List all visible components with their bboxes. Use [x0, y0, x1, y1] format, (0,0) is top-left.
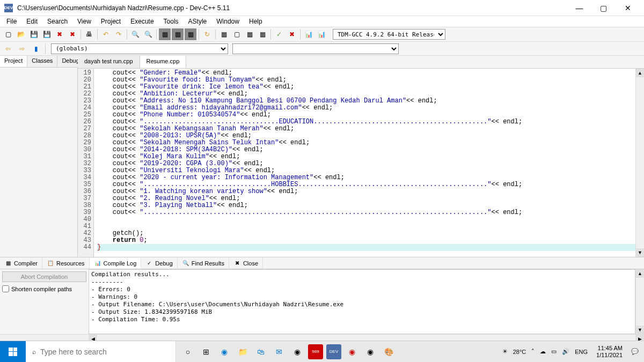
save-icon[interactable]: 💾	[28, 28, 40, 40]
tray-clock[interactable]: 11:45 AM 1/11/2021	[593, 345, 626, 359]
tray-chevron-icon[interactable]: ˄	[531, 348, 535, 355]
compile-run-icon[interactable]: ▦	[185, 28, 196, 40]
edge-icon[interactable]: ◉	[217, 344, 232, 359]
titlebar: DEV C:\Users\user\Documents\Nurhidayah N…	[0, 0, 644, 16]
grid2-icon[interactable]: ▢	[231, 28, 243, 40]
window-title: C:\Users\user\Documents\Nurhidayah Nadzr…	[17, 4, 567, 12]
bookmark-icon[interactable]: ▮	[30, 43, 42, 55]
file-tab[interactable]: Resume.cpp	[140, 56, 187, 68]
open-icon[interactable]: 📂	[15, 28, 27, 40]
devcpp-icon[interactable]: DEV	[326, 344, 341, 359]
grid1-icon[interactable]: ▦	[218, 28, 230, 40]
search-icon: ⌕	[32, 348, 36, 356]
abort-compilation-button[interactable]: Abort Compilation	[2, 271, 86, 282]
chrome-icon[interactable]: ◉	[290, 344, 305, 359]
menu-tools[interactable]: Tools	[159, 17, 183, 26]
close-all-icon[interactable]: ✖	[67, 28, 78, 40]
notifications-icon[interactable]: 💬	[631, 348, 639, 355]
menu-project[interactable]: Project	[97, 17, 125, 26]
editor-area: dayah test run.cppResume.cpp 19202122232…	[78, 56, 644, 257]
code-editor[interactable]: 1920212223242526272829303132333435363738…	[78, 69, 644, 257]
compile-icon[interactable]: ▦	[159, 28, 171, 40]
menu-file[interactable]: File	[2, 17, 21, 26]
menu-edit[interactable]: Edit	[22, 17, 42, 26]
redo-icon[interactable]: ↷	[113, 28, 125, 40]
menubar: FileEditSearchViewProjectExecuteToolsASt…	[0, 16, 644, 27]
paint-icon[interactable]: 🎨	[381, 344, 396, 359]
bottom-panel: ▦ Compiler📋 Resources📊 Compile Log✓ Debu…	[0, 257, 644, 343]
run-icon[interactable]: ▦	[172, 28, 184, 40]
app2-icon[interactable]: ◉	[345, 344, 360, 359]
file-tabs: dayah test run.cppResume.cpp	[78, 56, 644, 69]
battery-icon[interactable]: ▭	[551, 348, 557, 355]
store-icon[interactable]: 🛍	[253, 344, 268, 359]
taskview-icon[interactable]: ⊞	[199, 344, 214, 359]
new-file-icon[interactable]: ▢	[2, 28, 14, 40]
grid3-icon[interactable]: ▦	[244, 28, 255, 40]
menu-astyle[interactable]: AStyle	[184, 17, 211, 26]
scroll-down-icon[interactable]: ▼	[636, 326, 644, 334]
close-file-icon[interactable]: ✖	[54, 28, 65, 40]
menu-view[interactable]: View	[73, 17, 96, 26]
menu-window[interactable]: Window	[212, 17, 244, 26]
maximize-button[interactable]: ▢	[591, 0, 616, 16]
profile-icon[interactable]: 📊	[303, 28, 314, 40]
vertical-scrollbar[interactable]: ▲ ▼	[635, 69, 644, 257]
bottom-tab-resources[interactable]: 📋 Resources	[42, 258, 90, 269]
weather-icon[interactable]: ☀	[502, 348, 508, 355]
bottom-tab-compile-log[interactable]: 📊 Compile Log	[90, 258, 142, 269]
nav-back-icon[interactable]: ⇦	[2, 43, 14, 55]
taskbar: ⌕ ○ ⊞ ◉ 📁 🛍 ✉ ◉ 989 DEV ◉ ◉ 🎨 ☀ 28°C ˄ ☁…	[0, 341, 644, 362]
log-vscroll[interactable]: ▲ ▼	[635, 269, 644, 334]
members-select[interactable]	[232, 43, 399, 54]
scroll-up-icon[interactable]: ▲	[636, 69, 644, 77]
weather-temp[interactable]: 28°C	[513, 349, 526, 355]
minimize-button[interactable]: —	[567, 0, 591, 16]
undo-icon[interactable]: ↶	[100, 28, 112, 40]
close-button[interactable]: ✕	[616, 0, 640, 16]
compile-log[interactable]: Compilation results... --------- - Error…	[89, 269, 635, 334]
scroll-up-icon[interactable]: ▲	[636, 269, 644, 278]
left-tab-project[interactable]: Project	[0, 56, 27, 67]
left-panel: ProjectClassesDebug	[0, 56, 78, 257]
profile2-icon[interactable]: 📊	[316, 28, 327, 40]
shorten-paths-checkbox[interactable]: Shorten compiler paths	[2, 285, 86, 292]
menu-search[interactable]: Search	[43, 17, 72, 26]
toolbar-nav: ⇦ ⇨ ▮ (globals)	[0, 42, 644, 56]
cortana-icon[interactable]: ○	[180, 344, 195, 359]
mail-icon[interactable]: ✉	[272, 344, 287, 359]
volume-icon[interactable]: 🔊	[562, 348, 569, 355]
globals-select[interactable]: (globals)	[51, 43, 228, 54]
rebuild-icon[interactable]: ↻	[201, 28, 213, 40]
line-gutter: 1920212223242526272829303132333435363738…	[78, 69, 94, 257]
print-icon[interactable]: 🖶	[83, 28, 95, 40]
replace-icon[interactable]: 🔍	[142, 28, 154, 40]
compiler-select[interactable]: TDM-GCC 4.9.2 64-bit Release	[333, 29, 445, 40]
app3-icon[interactable]: ◉	[363, 344, 378, 359]
left-tab-classes[interactable]: Classes	[27, 56, 57, 67]
bottom-tab-debug[interactable]: ✓ Debug	[141, 258, 177, 269]
menu-execute[interactable]: Execute	[126, 17, 158, 26]
app-icon: DEV	[4, 4, 13, 12]
taskbar-search[interactable]: ⌕	[26, 341, 176, 363]
bottom-tab-close[interactable]: ✖ Close	[229, 258, 263, 269]
debug-icon[interactable]: ✓	[273, 28, 285, 40]
file-tab[interactable]: dayah test run.cpp	[78, 56, 140, 68]
start-button[interactable]	[0, 341, 26, 363]
find-icon[interactable]: 🔍	[129, 28, 141, 40]
explorer-icon[interactable]: 📁	[235, 344, 250, 359]
save-all-icon[interactable]: 💾	[41, 28, 53, 40]
menu-help[interactable]: Help	[245, 17, 267, 26]
bottom-tab-compiler[interactable]: ▦ Compiler	[0, 258, 42, 269]
windows-icon	[9, 348, 17, 356]
nav-fwd-icon[interactable]: ⇨	[16, 43, 28, 55]
bottom-tab-find-results[interactable]: 🔍 Find Results	[178, 258, 229, 269]
app1-icon[interactable]: 989	[308, 344, 323, 359]
stop-debug-icon[interactable]: ✖	[286, 28, 298, 40]
onedrive-icon[interactable]: ☁	[540, 348, 546, 355]
search-input[interactable]	[40, 348, 169, 356]
grid4-icon[interactable]: ▦	[257, 28, 268, 40]
toolbar-main: ▢ 📂 💾 💾 ✖ ✖ 🖶 ↶ ↷ 🔍 🔍 ▦ ▦ ▦ ↻ ▦ ▢ ▦ ▦ ✓ …	[0, 27, 644, 42]
scroll-down-icon[interactable]: ▼	[636, 248, 644, 257]
lang-indicator[interactable]: ENG	[575, 349, 588, 355]
